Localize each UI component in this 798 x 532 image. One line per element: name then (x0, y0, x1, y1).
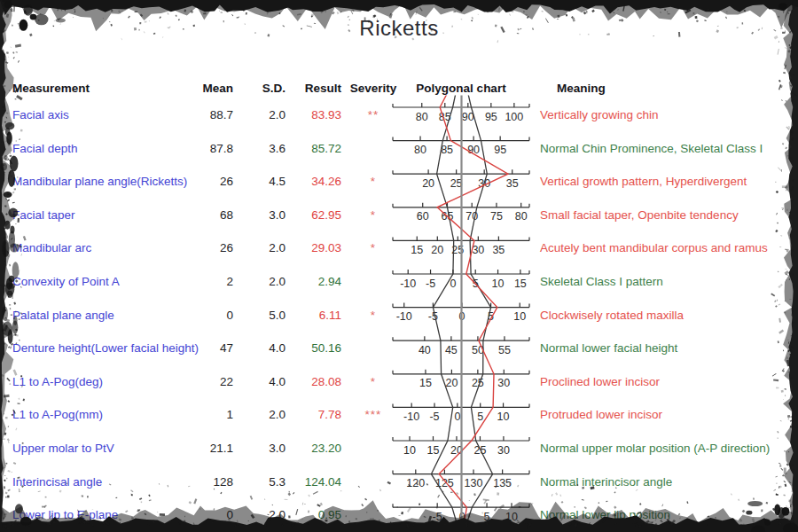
severity-stars: * (347, 236, 400, 261)
grunge-speckle (664, 9, 666, 11)
grunge-speckle (783, 72, 786, 74)
result-value: 6.11 (288, 303, 341, 328)
measurement-link[interactable]: Facial axis (12, 103, 69, 128)
meaning-text: Skeletal Class I pattern (540, 270, 663, 294)
grunge-speckle (15, 44, 21, 48)
grunge-speckle (787, 10, 789, 12)
grunge-speckle (777, 431, 778, 434)
measurement-link[interactable]: Mandibular arc (12, 236, 91, 261)
measurement-link[interactable]: Upper molar to PtV (12, 436, 114, 461)
grunge-speckle (660, 12, 661, 13)
grunge-speckle (542, 11, 544, 12)
grunge-speckle (1, 50, 4, 52)
grunge-speckle (267, 12, 269, 15)
grunge-speckle (779, 465, 781, 467)
meaning-text: Vertical growth pattern, Hyperdivergent (540, 169, 747, 194)
sd-value: 2.0 (237, 270, 286, 294)
mean-value: 88.7 (180, 103, 233, 128)
sd-value: 2.0 (237, 236, 286, 261)
grunge-speckle (13, 6, 14, 12)
grunge-speckle (15, 428, 17, 431)
grunge-speckle (9, 90, 11, 91)
sd-value: 5.3 (237, 470, 286, 495)
grunge-speckle (246, 12, 247, 15)
table-row: Facial axis88.72.083.93**Vertically grow… (0, 103, 798, 128)
col-header-polygonal-chart: Polygonal chart (395, 76, 528, 101)
grunge-speckle (790, 85, 792, 87)
grunge-speckle (789, 299, 792, 300)
grunge-speckle (5, 497, 7, 498)
measurement-link[interactable]: Palatal plane angle (12, 303, 114, 328)
measurement-link[interactable]: L1 to A-Pog(mm) (12, 403, 103, 427)
measurement-link[interactable]: Interincisal angle (12, 470, 102, 495)
table-row: Lower lip to E-plane02.00.95Normal lower… (0, 503, 798, 528)
meaning-text: Normal lower lip position (540, 503, 670, 528)
grunge-speckle (74, 11, 75, 12)
table-row: Denture height(Lower facial height)474.0… (0, 336, 798, 361)
grunge-speckle (325, 11, 326, 12)
grunge-speckle (65, 10, 66, 12)
severity-stars: * (347, 169, 400, 194)
measurement-link[interactable]: Facial taper (12, 203, 75, 228)
grunge-speckle (6, 4, 8, 5)
grunge-speckle (352, 10, 355, 12)
severity-stars (347, 470, 400, 495)
mean-value: 26 (180, 236, 233, 261)
grunge-speckle (606, 501, 607, 503)
grunge-speckle (668, 13, 670, 14)
meaning-text: Small facial taper, Openbite tendency (540, 203, 739, 228)
grunge-speckle (788, 499, 791, 502)
sd-value: 3.6 (237, 137, 286, 161)
sd-value: 4.0 (237, 370, 286, 395)
mean-value: 47 (180, 336, 233, 361)
severity-stars: * (347, 203, 400, 228)
sd-value: 4.0 (237, 336, 286, 361)
grunge-speckle (9, 264, 11, 267)
grunge-speckle (149, 499, 152, 501)
grunge-speckle (203, 12, 206, 14)
grunge-speckle (793, 74, 794, 76)
grunge-speckle (791, 99, 792, 102)
grunge-blob (5, 128, 10, 136)
grunge-speckle (5, 463, 7, 465)
measurement-link[interactable]: Lower lip to E-plane (12, 503, 118, 528)
grunge-speckle (559, 494, 561, 497)
result-value: 62.95 (288, 203, 341, 228)
grunge-speckle (512, 11, 514, 12)
grunge-speckle (350, 11, 353, 15)
grunge-speckle (243, 9, 245, 12)
measurement-link[interactable]: L1 to A-Pog(deg) (12, 370, 103, 395)
col-header-measurement: Measurement (12, 76, 90, 101)
grunge-blob (24, 4, 33, 16)
grunge-speckle (790, 55, 791, 58)
grunge-speckle (4, 85, 6, 88)
grunge-speckle (332, 12, 335, 14)
grunge-speckle (13, 462, 16, 465)
col-header-sd: S.D. (237, 76, 286, 101)
grunge-speckle (74, 9, 76, 11)
result-value: 28.08 (288, 370, 341, 395)
grunge-speckle (82, 495, 84, 497)
table-row: Mandibular plane angle(Ricketts)264.534.… (0, 169, 798, 194)
grunge-speckle (284, 499, 287, 500)
measurement-link[interactable]: Facial depth (12, 137, 78, 161)
grunge-speckle (778, 463, 781, 465)
grunge-speckle (778, 330, 784, 334)
grunge-speckle (351, 10, 353, 12)
grunge-speckle (8, 57, 9, 58)
grunge-speckle (785, 47, 787, 49)
meaning-text: Acutely bent mandibular corpus and ramus (540, 236, 768, 261)
meaning-text: Protruded lower incisor (540, 403, 662, 427)
grunge-speckle (781, 99, 783, 101)
grunge-speckle (4, 395, 10, 398)
grunge-speckle (23, 398, 26, 401)
measurement-link[interactable]: Mandibular plane angle(Ricketts) (12, 169, 187, 194)
sd-value: 2.0 (237, 103, 286, 128)
measurement-link[interactable]: Denture height(Lower facial height) (12, 336, 199, 361)
sd-value: 4.5 (237, 169, 286, 194)
grunge-speckle (7, 200, 10, 202)
grunge-speckle (5, 61, 8, 64)
meaning-text: Vertically growing chin (540, 103, 659, 128)
measurement-link[interactable]: Convexity of Point A (12, 270, 120, 294)
grunge-speckle (791, 10, 793, 12)
